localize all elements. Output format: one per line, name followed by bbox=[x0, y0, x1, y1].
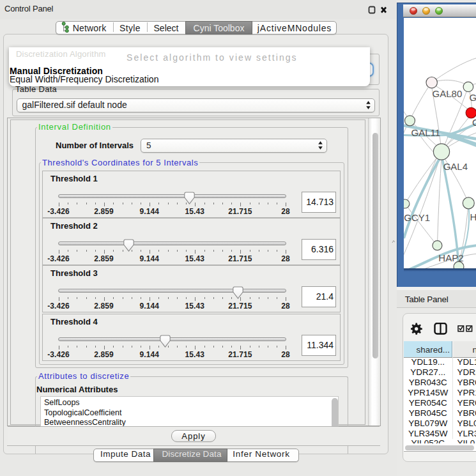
svg-text:CY: CY bbox=[472, 117, 476, 128]
svg-text:GAL4: GAL4 bbox=[443, 161, 467, 172]
svg-text:GCY1: GCY1 bbox=[404, 211, 430, 222]
svg-text:GAL80: GAL80 bbox=[432, 88, 462, 98]
svg-text:GAL11: GAL11 bbox=[411, 127, 440, 137]
svg-text:HAP2: HAP2 bbox=[438, 252, 463, 263]
svg-text:HI: HI bbox=[470, 211, 476, 222]
svg-text:GA: GA bbox=[469, 92, 476, 103]
